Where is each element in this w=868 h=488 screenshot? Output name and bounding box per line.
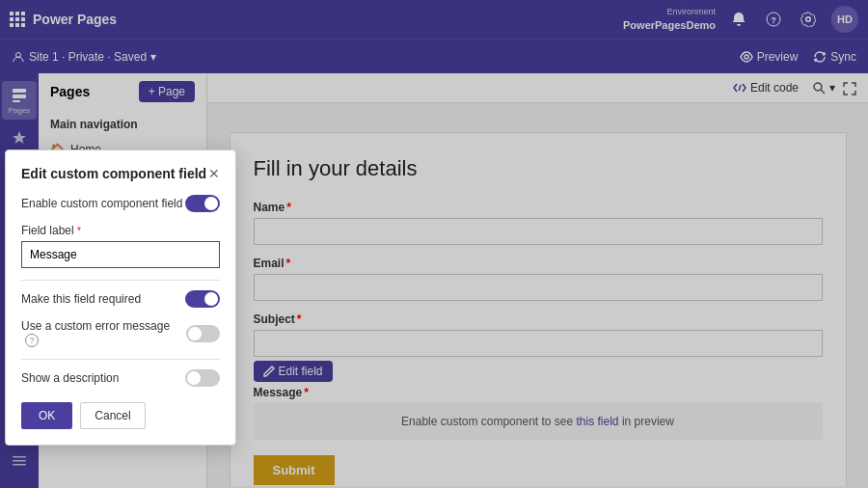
field-label-title: Field label * bbox=[21, 224, 220, 237]
enable-toggle-slider bbox=[185, 195, 220, 212]
enable-custom-label: Enable custom component field bbox=[21, 197, 182, 210]
custom-error-label: Use a custom error message ? bbox=[21, 319, 186, 347]
enable-custom-row: Enable custom component field bbox=[21, 195, 220, 212]
show-description-row: Show a description bbox=[21, 369, 220, 387]
dialog-title: Edit custom component field bbox=[21, 166, 206, 181]
enable-toggle[interactable] bbox=[185, 195, 220, 212]
description-toggle-slider bbox=[185, 369, 220, 387]
dialog-divider-1 bbox=[21, 280, 220, 281]
custom-error-toggle-slider bbox=[186, 325, 220, 342]
field-label-section: Field label * bbox=[21, 224, 220, 268]
custom-error-info-icon[interactable]: ? bbox=[25, 334, 39, 347]
dialog-close-button[interactable]: ✕ bbox=[208, 166, 220, 181]
make-required-label: Make this field required bbox=[21, 292, 141, 306]
edit-component-dialog: Edit custom component field ✕ Enable cus… bbox=[5, 149, 236, 446]
dialog-footer: OK Cancel bbox=[21, 402, 220, 429]
description-toggle[interactable] bbox=[185, 369, 220, 387]
field-label-input[interactable] bbox=[21, 241, 220, 268]
dialog-divider-2 bbox=[21, 359, 220, 360]
dialog-header: Edit custom component field ✕ bbox=[21, 166, 220, 181]
required-toggle[interactable] bbox=[185, 290, 220, 308]
make-required-row: Make this field required bbox=[21, 290, 220, 308]
required-toggle-slider bbox=[185, 290, 220, 308]
dialog-overlay: Edit custom component field ✕ Enable cus… bbox=[0, 0, 868, 488]
custom-error-toggle[interactable] bbox=[186, 325, 220, 342]
cancel-button[interactable]: Cancel bbox=[80, 402, 145, 429]
show-description-label: Show a description bbox=[21, 371, 119, 385]
field-label-required: * bbox=[77, 226, 81, 236]
ok-button[interactable]: OK bbox=[21, 402, 72, 429]
custom-error-row: Use a custom error message ? bbox=[21, 319, 220, 347]
